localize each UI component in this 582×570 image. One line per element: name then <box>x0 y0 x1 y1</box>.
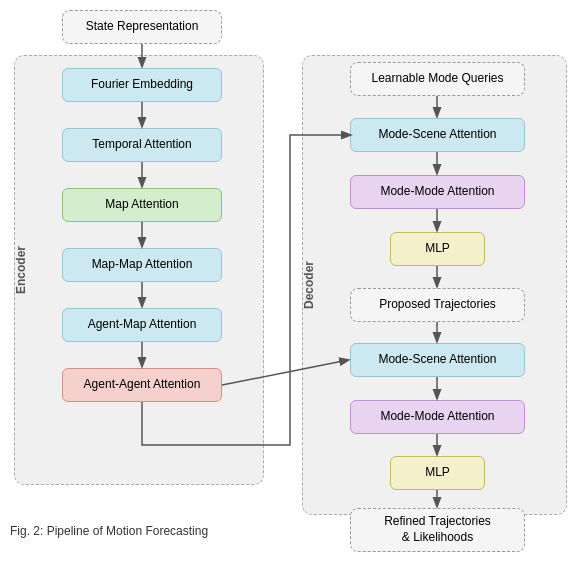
map-attention-node: Map Attention <box>62 188 222 222</box>
agent-agent-attention-node: Agent-Agent Attention <box>62 368 222 402</box>
map-map-attention-node: Map-Map Attention <box>62 248 222 282</box>
encoder-label: Encoder <box>14 55 32 485</box>
state-representation-node: State Representation <box>62 10 222 44</box>
mode-mode-attention-1-node: Mode-Mode Attention <box>350 175 525 209</box>
refined-trajectories-node: Refined Trajectories & Likelihoods <box>350 508 525 552</box>
mlp-2-node: MLP <box>390 456 485 490</box>
proposed-trajectories-node: Proposed Trajectories <box>350 288 525 322</box>
diagram-container: Encoder Decoder State Representation Fou… <box>0 0 582 540</box>
mode-scene-attention-1-node: Mode-Scene Attention <box>350 118 525 152</box>
fourier-embedding-node: Fourier Embedding <box>62 68 222 102</box>
learnable-mode-queries-node: Learnable Mode Queries <box>350 62 525 96</box>
caption: Fig. 2: Pipeline of Motion Forecasting <box>10 524 208 538</box>
decoder-label: Decoder <box>302 55 320 515</box>
temporal-attention-node: Temporal Attention <box>62 128 222 162</box>
mlp-1-node: MLP <box>390 232 485 266</box>
agent-map-attention-node: Agent-Map Attention <box>62 308 222 342</box>
mode-scene-attention-2-node: Mode-Scene Attention <box>350 343 525 377</box>
mode-mode-attention-2-node: Mode-Mode Attention <box>350 400 525 434</box>
